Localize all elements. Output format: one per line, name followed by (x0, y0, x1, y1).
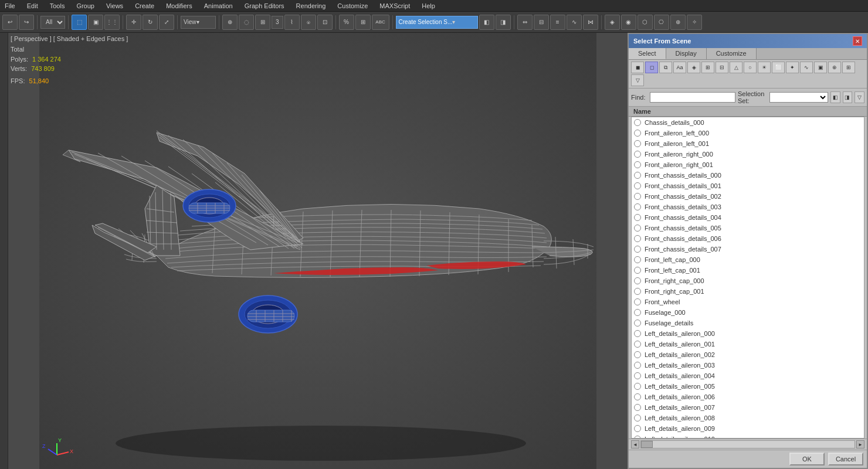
list-item[interactable]: Front_right_cap_000 (632, 276, 864, 286)
list-item[interactable]: Front_chassis_details_007 (632, 244, 864, 254)
list-item[interactable]: Front_aileron_right_000 (632, 149, 864, 159)
toolbar-filter-select[interactable]: All (40, 16, 65, 29)
dlg-highlight[interactable]: ◈ (687, 62, 700, 73)
toolbar-scale[interactable]: ⤢ (159, 15, 174, 30)
menu-file[interactable]: File (2, 2, 18, 9)
dlg-helpers[interactable]: ✦ (786, 62, 799, 73)
toolbar-graph[interactable]: ⋈ (583, 15, 598, 30)
toolbar-percent[interactable]: % (339, 15, 354, 30)
list-item[interactable]: Front_wheel (632, 297, 864, 307)
list-item[interactable]: Front_chassis_details_005 (632, 223, 864, 233)
toolbar-tool-b[interactable]: ⍟ (301, 15, 316, 30)
toolbar-render-1[interactable]: ◈ (605, 15, 620, 30)
list-item[interactable]: Left_details_aileron_000 (632, 328, 864, 339)
menu-group[interactable]: Group (74, 2, 97, 9)
list-item[interactable]: Left_details_aileron_003 (632, 360, 864, 371)
menu-views[interactable]: Views (104, 2, 126, 9)
toolbar-curve[interactable]: ∿ (567, 15, 582, 30)
selection-set-btn-1[interactable]: ◧ (830, 91, 840, 103)
selection-set-btn-2[interactable]: ◨ (843, 91, 853, 103)
dlg-collapse[interactable]: ⊟ (716, 62, 728, 73)
list-item[interactable]: Front_aileron_left_001 (632, 138, 864, 149)
list-item[interactable]: Front_right_cap_001 (632, 286, 864, 297)
dlg-select-none[interactable]: ◻ (645, 62, 658, 73)
list-item[interactable]: Front_aileron_left_000 (632, 128, 864, 138)
h-scroll-thumb[interactable] (641, 441, 653, 448)
list-item[interactable]: Left_details_aileron_004 (632, 371, 864, 381)
list-item[interactable]: Left_details_aileron_006 (632, 392, 864, 402)
toolbar-tool-a[interactable]: ⌇ (284, 15, 300, 30)
dlg-lights[interactable]: ☀ (758, 62, 771, 73)
list-item[interactable]: Fuselage_details (632, 318, 864, 328)
toolbar-move[interactable]: ✛ (126, 15, 141, 30)
list-item[interactable]: Front_chassis_details_001 (632, 181, 864, 191)
list-item[interactable]: Front_chassis_details_000 (632, 170, 864, 181)
dialog-close-button[interactable]: ✕ (853, 36, 862, 46)
list-item[interactable]: Left_details_aileron_008 (632, 413, 864, 423)
toolbar-create-selection[interactable]: Create Selection S... ▾ (396, 16, 478, 29)
list-item[interactable]: Fuselage_000 (632, 307, 864, 318)
scroll-left-btn[interactable]: ◄ (631, 440, 639, 448)
toolbar-snap-3[interactable]: ⊞ (255, 15, 270, 30)
list-item[interactable]: Left_details_aileron_005 (632, 381, 864, 392)
dlg-bones[interactable]: ⊞ (842, 62, 855, 73)
list-item[interactable]: Left_details_aileron_002 (632, 349, 864, 360)
toolbar-snap-1[interactable]: ⊕ (222, 15, 238, 30)
toolbar-named-sel-1[interactable]: ◧ (479, 15, 494, 30)
dlg-expand[interactable]: ⊞ (701, 62, 714, 73)
menu-tools[interactable]: Tools (48, 2, 67, 9)
dlg-filter[interactable]: ▽ (631, 74, 644, 86)
list-item[interactable]: Left_details_aileron_010 (632, 434, 864, 439)
toolbar-rotate[interactable]: ↻ (143, 15, 158, 30)
menu-graph-editors[interactable]: Graph Editors (242, 2, 287, 9)
menu-edit[interactable]: Edit (25, 2, 40, 9)
toolbar-render-5[interactable]: ⊕ (670, 15, 686, 30)
menu-animation[interactable]: Animation (202, 2, 235, 9)
menu-modifiers[interactable]: Modifiers (164, 2, 195, 9)
dlg-invert[interactable]: ⧉ (659, 62, 672, 73)
find-input[interactable] (650, 92, 735, 103)
object-list[interactable]: Chassis_details_000Front_aileron_left_00… (631, 117, 864, 439)
dlg-case-sensitive[interactable]: Aa (673, 62, 686, 73)
toolbar-select-btn[interactable]: ⬚ (72, 15, 87, 30)
toolbar-render-6[interactable]: ✧ (687, 15, 702, 30)
toolbar-snap-2[interactable]: ◌ (239, 15, 254, 30)
toolbar-select-filter[interactable]: ⋮⋮ (104, 15, 120, 30)
viewport[interactable]: [ Perspective ] [ Shaded + Edged Faces ]… (8, 33, 628, 469)
list-item[interactable]: Front_aileron_right_001 (632, 159, 864, 170)
toolbar-redo[interactable]: ↪ (19, 15, 34, 30)
tab-customize[interactable]: Customize (707, 48, 757, 59)
selection-set-select[interactable] (769, 92, 828, 103)
list-item[interactable]: Front_left_cap_000 (632, 254, 864, 265)
list-item[interactable]: Front_chassis_details_003 (632, 202, 864, 212)
toolbar-mirror[interactable]: ⇔ (517, 15, 533, 30)
list-item[interactable]: Chassis_details_000 (632, 117, 864, 128)
toolbar-select-region[interactable]: ▣ (88, 15, 103, 30)
ok-button[interactable]: OK (789, 453, 825, 465)
list-item[interactable]: Front_chassis_details_006 (632, 233, 864, 244)
list-item[interactable]: Left_details_aileron_001 (632, 339, 864, 349)
menu-help[interactable]: Help (419, 2, 438, 9)
list-item[interactable]: Left_details_aileron_007 (632, 402, 864, 413)
menu-maxscript[interactable]: MAXScript (377, 2, 412, 9)
dlg-shapes[interactable]: ○ (744, 62, 757, 73)
list-item[interactable]: Front_chassis_details_004 (632, 212, 864, 223)
toolbar-render-2[interactable]: ◉ (621, 15, 636, 30)
menu-rendering[interactable]: Rendering (294, 2, 328, 9)
toolbar-named-sel-2[interactable]: ◨ (496, 15, 511, 30)
toolbar-undo[interactable]: ↩ (2, 15, 18, 30)
selection-set-filter[interactable]: ▽ (855, 91, 864, 103)
tab-display[interactable]: Display (666, 48, 707, 59)
horizontal-scrollbar[interactable] (640, 440, 855, 448)
dlg-select-all[interactable]: ◼ (631, 62, 644, 73)
dlg-xrefs[interactable]: ⊕ (828, 62, 841, 73)
toolbar-layer[interactable]: ≡ (550, 15, 565, 30)
list-item[interactable]: Front_left_cap_001 (632, 265, 864, 276)
scroll-right-btn[interactable]: ► (856, 440, 864, 448)
tab-select[interactable]: Select (629, 48, 666, 59)
toolbar-abc[interactable]: ABC (372, 15, 389, 30)
dlg-spacewarps[interactable]: ∿ (800, 62, 813, 73)
toolbar-measure[interactable]: ⊞ (355, 15, 371, 30)
toolbar-render-3[interactable]: ⬡ (638, 15, 653, 30)
toolbar-view-dropdown[interactable]: View ▾ (181, 16, 216, 29)
